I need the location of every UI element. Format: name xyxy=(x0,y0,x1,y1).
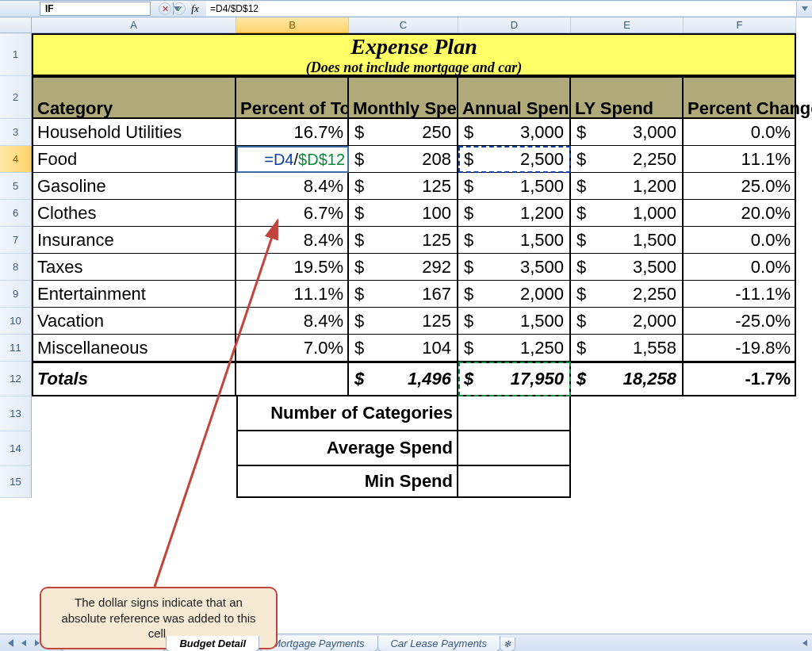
cell-F14[interactable] xyxy=(684,431,796,466)
col-header-C[interactable]: C xyxy=(349,17,458,33)
cell-D15[interactable] xyxy=(458,466,571,498)
cell-B9[interactable]: 11.1% xyxy=(236,281,349,308)
cell-D9[interactable]: $2,000 xyxy=(458,281,571,308)
cell-E14[interactable] xyxy=(571,431,684,466)
cell-B10[interactable]: 8.4% xyxy=(236,308,349,335)
cell-E13[interactable] xyxy=(571,396,684,431)
cell-B7[interactable]: 8.4% xyxy=(236,227,349,254)
header-category[interactable]: Category xyxy=(32,76,236,119)
cell-A13[interactable] xyxy=(32,396,236,431)
tab-nav-first[interactable] xyxy=(5,638,16,649)
cell-A5[interactable]: Gasoline xyxy=(32,173,236,200)
cancel-formula-button[interactable]: ✕ xyxy=(159,2,171,15)
header-percent-change[interactable]: Percent Change xyxy=(684,76,796,119)
header-percent-total[interactable]: Percent of Total xyxy=(236,76,349,119)
cell-B11[interactable]: 7.0% xyxy=(236,335,349,362)
cell-E4[interactable]: $2,250 xyxy=(571,146,684,173)
cell-D6[interactable]: $1,200 xyxy=(458,200,571,227)
formula-bar-expand[interactable] xyxy=(796,2,812,16)
col-header-D[interactable]: D xyxy=(458,17,571,33)
cell-F4[interactable]: 11.1% xyxy=(684,146,796,173)
cell-E9[interactable]: $2,250 xyxy=(571,281,684,308)
cell-A11[interactable]: Miscellaneous xyxy=(32,335,236,362)
row-header-1[interactable]: 1 xyxy=(0,33,32,76)
col-header-F[interactable]: F xyxy=(684,17,796,33)
cell-A15[interactable] xyxy=(32,466,236,498)
scroll-left-icon[interactable] xyxy=(802,640,807,646)
cell-B3[interactable]: 16.7% xyxy=(236,119,349,146)
cell-F11[interactable]: -19.8% xyxy=(684,335,796,362)
cell-B5[interactable]: 8.4% xyxy=(236,173,349,200)
tab-insert-worksheet[interactable]: ✻ xyxy=(500,638,515,651)
cell-E15[interactable] xyxy=(571,466,684,498)
cell-A12-totals[interactable]: Totals xyxy=(32,362,236,396)
enter-formula-button[interactable]: ✓ xyxy=(173,2,186,15)
row-header-5[interactable]: 5 xyxy=(0,173,32,200)
insert-function-button[interactable]: fx xyxy=(187,2,203,16)
row-header-3[interactable]: 3 xyxy=(0,119,32,146)
cell-A14[interactable] xyxy=(32,431,236,466)
cell-B6[interactable]: 6.7% xyxy=(236,200,349,227)
col-header-A[interactable]: A xyxy=(32,17,236,33)
tab-car-lease-payments[interactable]: Car Lease Payments xyxy=(377,636,500,651)
cell-C4[interactable]: $208 xyxy=(349,146,458,173)
row-header-6[interactable]: 6 xyxy=(0,200,32,227)
tab-budget-detail[interactable]: Budget Detail xyxy=(166,636,259,651)
cell-E7[interactable]: $1,500 xyxy=(571,227,684,254)
cell-C5[interactable]: $125 xyxy=(349,173,458,200)
header-monthly-spend[interactable]: Monthly Spend xyxy=(349,76,458,119)
cell-F6[interactable]: 20.0% xyxy=(684,200,796,227)
cell-A3[interactable]: Household Utilities xyxy=(32,119,236,146)
cell-C3[interactable]: $250 xyxy=(349,119,458,146)
cell-D13[interactable] xyxy=(458,396,571,431)
cell-C8[interactable]: $292 xyxy=(349,254,458,281)
row-header-15[interactable]: 15 xyxy=(0,466,32,498)
col-header-B[interactable]: B xyxy=(236,17,349,33)
name-box-container[interactable] xyxy=(40,2,151,16)
cell-B15[interactable] xyxy=(236,466,349,498)
cell-F7[interactable]: 0.0% xyxy=(684,227,796,254)
cell-F5[interactable]: 25.0% xyxy=(684,173,796,200)
formula-input[interactable] xyxy=(206,2,796,16)
cell-C7[interactable]: $125 xyxy=(349,227,458,254)
header-ly-spend[interactable]: LY Spend xyxy=(571,76,684,119)
select-all-corner[interactable] xyxy=(0,17,32,33)
row-header-8[interactable]: 8 xyxy=(0,254,32,281)
title-cell[interactable]: Expense Plan (Does not include mortgage … xyxy=(32,33,796,76)
cell-D4[interactable]: $2,500 xyxy=(458,146,571,173)
row-header-4[interactable]: 4 xyxy=(0,146,32,173)
cell-A4[interactable]: Food xyxy=(32,146,236,173)
cell-E8[interactable]: $3,500 xyxy=(571,254,684,281)
cell-E6[interactable]: $1,000 xyxy=(571,200,684,227)
cell-C12[interactable]: $1,496 xyxy=(349,362,458,396)
cell-D7[interactable]: $1,500 xyxy=(458,227,571,254)
cell-D5[interactable]: $1,500 xyxy=(458,173,571,200)
cell-C10[interactable]: $125 xyxy=(349,308,458,335)
cell-F13[interactable] xyxy=(684,396,796,431)
row-header-14[interactable]: 14 xyxy=(0,431,32,466)
cell-C15-label[interactable]: Min Spend xyxy=(349,466,458,498)
cell-D12[interactable]: $17,950 xyxy=(458,362,571,396)
cell-F8[interactable]: 0.0% xyxy=(684,254,796,281)
header-annual-spend[interactable]: Annual Spend xyxy=(458,76,571,119)
cell-E11[interactable]: $1,558 xyxy=(571,335,684,362)
col-header-E[interactable]: E xyxy=(571,17,684,33)
cell-C11[interactable]: $104 xyxy=(349,335,458,362)
name-box[interactable] xyxy=(40,2,173,15)
tab-nav-prev[interactable] xyxy=(18,638,29,649)
row-header-10[interactable]: 10 xyxy=(0,308,32,335)
cell-D8[interactable]: $3,500 xyxy=(458,254,571,281)
cell-F9[interactable]: -11.1% xyxy=(684,281,796,308)
cell-A9[interactable]: Entertainment xyxy=(32,281,236,308)
cell-B12[interactable] xyxy=(236,362,349,396)
cell-F12[interactable]: -1.7% xyxy=(684,362,796,396)
cell-E10[interactable]: $2,000 xyxy=(571,308,684,335)
row-header-9[interactable]: 9 xyxy=(0,281,32,308)
row-header-13[interactable]: 13 xyxy=(0,396,32,431)
cell-F10[interactable]: -25.0% xyxy=(684,308,796,335)
cell-A6[interactable]: Clothes xyxy=(32,200,236,227)
cell-C9[interactable]: $167 xyxy=(349,281,458,308)
row-header-7[interactable]: 7 xyxy=(0,227,32,254)
cell-E5[interactable]: $1,200 xyxy=(571,173,684,200)
cell-D14[interactable] xyxy=(458,431,571,466)
